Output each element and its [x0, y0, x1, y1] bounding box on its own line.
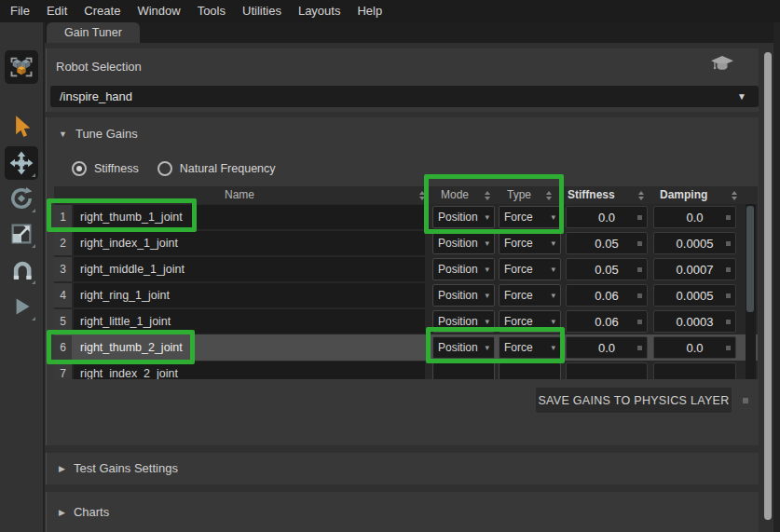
mode-dropdown[interactable]: Position▾ — [432, 206, 495, 228]
play-icon — [9, 293, 34, 320]
menu-tools[interactable]: Tools — [189, 0, 234, 22]
value-drag-handle — [726, 267, 731, 272]
stiffness-field[interactable]: 0.06 — [566, 284, 648, 307]
chevron-down-icon: ▾ — [551, 343, 555, 352]
rotate-tool-button[interactable] — [5, 182, 38, 215]
menu-edit[interactable]: Edit — [38, 0, 75, 22]
row-index: 6 — [54, 335, 72, 360]
mode-dropdown[interactable]: Position▾ — [432, 310, 495, 333]
stiffness-field[interactable]: 0.05 — [566, 232, 648, 254]
mode-dropdown[interactable]: Position▾ — [432, 232, 495, 254]
stiffness-field[interactable] — [566, 362, 648, 379]
table-row-selected[interactable]: 6 right_thumb_2_joint Position▾ Force▾ 0… — [54, 334, 758, 361]
col-type[interactable]: Type — [507, 188, 531, 201]
collapse-closed-icon: ▶ — [59, 508, 65, 517]
menu-help[interactable]: Help — [349, 0, 390, 22]
stiffness-field[interactable]: 0.06 — [566, 310, 648, 333]
damping-field[interactable]: 0.0005 — [653, 284, 736, 307]
magnet-icon — [8, 257, 34, 283]
damping-field[interactable]: 0.0 — [653, 206, 736, 228]
menu-create[interactable]: Create — [75, 0, 129, 22]
snap-tool-button[interactable] — [5, 253, 38, 287]
type-dropdown[interactable] — [499, 362, 561, 379]
col-mode[interactable]: Mode — [441, 188, 469, 201]
stiffness-field[interactable]: 0.0 — [566, 336, 648, 359]
value-drag-handle — [726, 293, 731, 298]
chevron-down-icon: ▾ — [551, 212, 555, 222]
table-row[interactable]: 4 right_ring_1_joint Position▾ Force▾ 0.… — [54, 282, 758, 308]
gains-table: Name Mode Type Stiffness Damping 1 right… — [54, 186, 758, 379]
value-drag-handle — [637, 267, 642, 272]
play-button[interactable] — [5, 290, 38, 323]
sort-icon[interactable] — [418, 189, 426, 201]
menu-utilities[interactable]: Utilities — [234, 0, 290, 22]
table-row[interactable]: 7 right_index_2_joint — [54, 361, 758, 379]
damping-field[interactable]: 0.0003 — [653, 310, 736, 333]
tune-gains-title: Tune Gains — [75, 127, 138, 141]
damping-field[interactable]: 0.0005 — [653, 232, 736, 254]
mode-dropdown[interactable] — [432, 362, 495, 379]
test-gains-header[interactable]: ▶ Test Gains Settings — [59, 461, 178, 475]
table-scrollbar-thumb[interactable] — [746, 206, 754, 312]
radio-stiffness[interactable]: Stiffness — [72, 161, 139, 176]
menu-layouts[interactable]: Layouts — [290, 0, 349, 22]
joint-name-cell[interactable]: right_thumb_2_joint — [74, 335, 425, 360]
type-dropdown[interactable]: Force▾ — [499, 310, 561, 333]
chevron-down-icon: ▾ — [485, 343, 489, 352]
sort-icon[interactable] — [731, 189, 738, 201]
type-dropdown[interactable]: Force▾ — [499, 336, 561, 359]
chevron-down-icon: ▾ — [485, 317, 489, 326]
save-gains-button[interactable]: SAVE GAINS TO PHYSICS LAYER — [536, 388, 732, 413]
type-dropdown[interactable]: Force▾ — [499, 232, 561, 254]
joint-name-cell[interactable]: right_index_1_joint — [74, 231, 425, 255]
chevron-down-icon: ▼ — [737, 91, 746, 102]
col-damping[interactable]: Damping — [660, 188, 707, 201]
damping-field[interactable]: 0.0 — [653, 336, 736, 359]
charts-header[interactable]: ▶ Charts — [59, 505, 109, 519]
tune-gains-header[interactable]: ▼ Tune Gains — [59, 127, 138, 141]
type-dropdown[interactable]: Force▾ — [499, 258, 561, 280]
stiffness-field[interactable]: 0.05 — [566, 258, 648, 280]
row-index: 5 — [54, 309, 72, 334]
tab-gain-tuner[interactable]: Gain Tuner — [47, 22, 140, 43]
table-row[interactable]: 2 right_index_1_joint Position▾ Force▾ 0… — [54, 230, 758, 256]
select-mode-button[interactable] — [5, 50, 38, 84]
joint-name-cell[interactable]: right_thumb_1_joint — [74, 205, 425, 229]
value-drag-handle — [637, 293, 642, 298]
col-name[interactable]: Name — [54, 188, 425, 201]
table-scrollbar-track[interactable] — [746, 204, 756, 379]
tutorial-button[interactable] — [710, 54, 734, 78]
sort-icon[interactable] — [637, 189, 645, 201]
mode-dropdown[interactable]: Position▾ — [432, 258, 495, 280]
select-tool-button[interactable] — [5, 110, 38, 143]
sort-icon[interactable] — [545, 189, 553, 201]
type-dropdown[interactable]: Force▾ — [499, 284, 561, 307]
chevron-down-icon: ▾ — [551, 317, 555, 326]
value-drag-handle — [637, 346, 642, 350]
damping-field[interactable]: 0.0007 — [653, 258, 736, 280]
menu-file[interactable]: File — [2, 0, 38, 22]
col-stiffness[interactable]: Stiffness — [568, 188, 615, 201]
tune-gains-section: ▼ Tune Gains Stiffness Natural Frequency… — [46, 117, 759, 445]
damping-field[interactable] — [653, 362, 736, 379]
move-tool-button[interactable] — [5, 146, 38, 180]
mode-dropdown[interactable]: Position▾ — [432, 336, 495, 359]
joint-name-cell[interactable]: right_ring_1_joint — [74, 283, 425, 307]
value-drag-handle — [726, 241, 731, 246]
joint-name-cell[interactable]: right_index_2_joint — [74, 361, 425, 379]
joint-name-cell[interactable]: right_middle_1_joint — [74, 257, 425, 281]
scale-tool-button[interactable] — [5, 217, 38, 251]
panel-scrollbar[interactable] — [764, 52, 772, 520]
stiffness-field[interactable]: 0.0 — [566, 206, 648, 228]
table-row[interactable]: 1 right_thumb_1_joint Position▾ Force▾ 0… — [54, 204, 758, 230]
sort-icon[interactable] — [484, 189, 491, 201]
mode-dropdown[interactable]: Position▾ — [432, 284, 495, 307]
menu-window[interactable]: Window — [129, 0, 188, 22]
table-row[interactable]: 5 right_little_1_joint Position▾ Force▾ … — [54, 308, 758, 334]
type-dropdown[interactable]: Force▾ — [499, 206, 561, 228]
left-toolbar — [0, 22, 43, 532]
radio-natural-frequency[interactable]: Natural Frequency — [157, 161, 276, 176]
table-row[interactable]: 3 right_middle_1_joint Position▾ Force▾ … — [54, 256, 758, 282]
joint-name-cell[interactable]: right_little_1_joint — [74, 309, 425, 334]
robot-selector-dropdown[interactable]: /inspire_hand ▼ — [50, 86, 759, 107]
